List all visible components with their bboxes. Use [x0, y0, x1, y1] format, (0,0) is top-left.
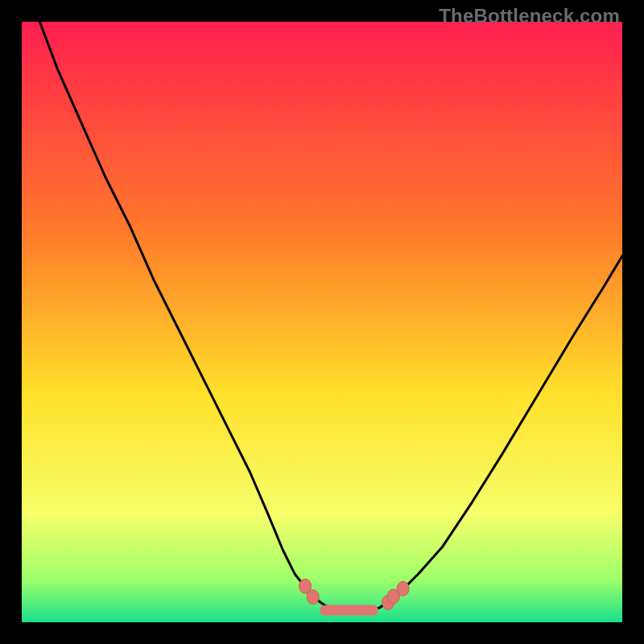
- marker-dot: [307, 590, 319, 605]
- chart-svg: [22, 22, 622, 622]
- gradient-background: [22, 22, 622, 622]
- watermark-text: TheBottleneck.com: [439, 5, 620, 27]
- chart-frame: [22, 22, 622, 622]
- marker-dot: [397, 581, 409, 596]
